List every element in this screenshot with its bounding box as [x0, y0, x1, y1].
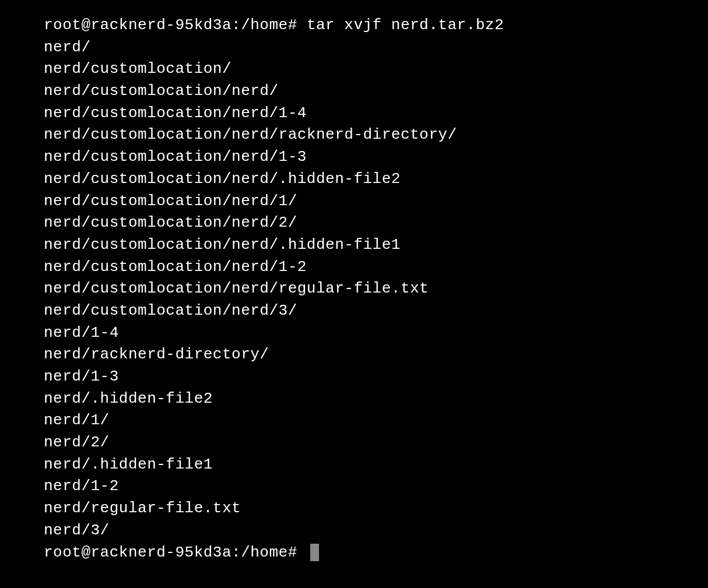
output-line: nerd/customlocation/nerd/1/ [44, 191, 664, 213]
output-line: nerd/1-2 [44, 476, 664, 498]
output-line: nerd/racknerd-directory/ [44, 344, 664, 366]
output-line: nerd/3/ [44, 520, 664, 542]
output-line: nerd/customlocation/nerd/racknerd-direct… [44, 124, 664, 146]
shell-prompt: root@racknerd-95kd3a:/home# [44, 16, 307, 34]
output-line: nerd/customlocation/nerd/1-4 [44, 103, 664, 125]
cursor-icon [310, 544, 319, 561]
output-line: nerd/.hidden-file1 [44, 454, 664, 476]
output-line: nerd/customlocation/nerd/1-2 [44, 256, 664, 279]
output-line: nerd/customlocation/ [44, 58, 664, 80]
terminal-window[interactable]: root@racknerd-95kd3a:/home# tar xvjf ner… [44, 15, 664, 564]
command-text: tar xvjf nerd.tar.bz2 [307, 16, 504, 34]
output-line: nerd/2/ [44, 432, 664, 454]
active-prompt-line[interactable]: root@racknerd-95kd3a:/home# [44, 542, 664, 564]
output-line: nerd/customlocation/nerd/ [44, 80, 664, 103]
output-line: nerd/customlocation/nerd/.hidden-file1 [44, 234, 664, 256]
output-line: nerd/customlocation/nerd/.hidden-file2 [44, 168, 664, 191]
output-line: nerd/customlocation/nerd/2/ [44, 212, 664, 234]
output-line: nerd/1-3 [44, 366, 664, 388]
command-line: root@racknerd-95kd3a:/home# tar xvjf ner… [44, 15, 664, 37]
output-line: nerd/.hidden-file2 [44, 388, 664, 410]
shell-prompt: root@racknerd-95kd3a:/home# [44, 542, 307, 564]
output-line: nerd/ [44, 37, 664, 59]
output-line: nerd/customlocation/nerd/3/ [44, 300, 664, 322]
output-line: nerd/1-4 [44, 322, 664, 344]
output-line: nerd/customlocation/nerd/regular-file.tx… [44, 278, 664, 300]
output-line: nerd/customlocation/nerd/1-3 [44, 146, 664, 168]
output-line: nerd/regular-file.txt [44, 498, 664, 520]
output-line: nerd/1/ [44, 410, 664, 432]
